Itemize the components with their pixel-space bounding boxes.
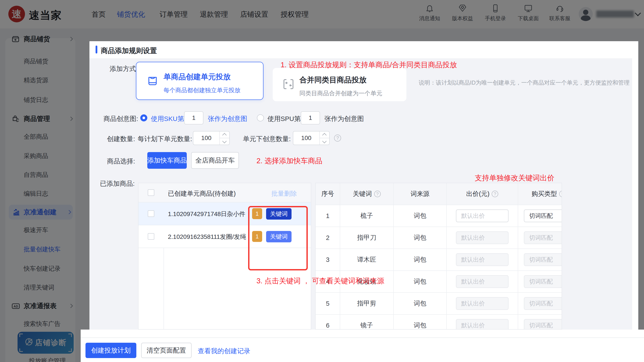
- kw-row-source: 词包: [394, 271, 447, 293]
- match-type-select: 切词匹配: [524, 232, 562, 244]
- radio-spu-suffix: 张作为创意图: [324, 114, 364, 123]
- kw-row-bid: 默认出价: [447, 249, 518, 271]
- match-type-select: 切词匹配: [524, 253, 562, 266]
- radio-spu-prefix: 使用SPU第: [268, 114, 301, 123]
- bulk-delete-button[interactable]: 批量删除: [271, 189, 297, 198]
- radio-sku[interactable]: [140, 114, 147, 122]
- bid-input: 默认出价: [456, 232, 508, 244]
- whole-store-button[interactable]: 全店商品开车: [191, 152, 239, 169]
- keyword-table-header: 序号: [316, 183, 340, 205]
- card-title: 合并同类目商品投放: [300, 75, 366, 85]
- sku-index-input[interactable]: 1: [184, 111, 204, 124]
- product-name: 2.10209162358111发圈/发绳: [168, 233, 246, 241]
- panel-title: 商品添加规则设置: [101, 46, 157, 56]
- dim-overlay: [638, 41, 644, 330]
- kw-row-bid: 默认出价: [447, 227, 518, 249]
- match-type-select: 切词匹配: [524, 275, 562, 288]
- bag-icon: [146, 74, 159, 88]
- card-title: 单商品创建单元投放: [164, 72, 230, 82]
- kw-row-source: 词包: [394, 249, 447, 271]
- card-single-product[interactable]: 单商品创建单元投放每个商品都创建独立单元投放: [136, 62, 264, 100]
- match-type-select[interactable]: 切词匹配: [524, 210, 562, 222]
- kw-row-index: 5: [316, 293, 340, 315]
- kw-row-keyword: 镜子: [340, 315, 394, 330]
- spin-up-icon[interactable]: [320, 132, 329, 138]
- radio-sku-prefix: 使用SKU第: [151, 114, 184, 123]
- row-checkbox[interactable]: [148, 233, 154, 240]
- spu-index-input[interactable]: 1: [301, 111, 320, 124]
- add-mode-label: 添加方式:: [110, 64, 138, 74]
- footer-divider: [81, 338, 644, 338]
- bid-input: 默认出价: [456, 275, 508, 288]
- keyword-table-header: 出价(元)?: [447, 183, 518, 205]
- annotation-bid-note: 支持单独修改关键词出价: [475, 173, 554, 183]
- bid-input[interactable]: 默认出价: [456, 210, 508, 222]
- create-plan-button[interactable]: 创建投放计划: [86, 343, 136, 358]
- creative-count-value[interactable]: 100: [293, 132, 319, 144]
- bid-input: 默认出价: [456, 297, 508, 310]
- kw-row-keyword: 梳子: [340, 205, 394, 227]
- row-checkbox[interactable]: [148, 210, 154, 217]
- kw-row-keyword: 指甲剪: [340, 293, 394, 315]
- annotation-step3: 3. 点击关键词 ， 可查看关键词和词来源: [256, 276, 384, 286]
- clear-config-button[interactable]: 清空页面配置: [141, 343, 192, 358]
- kw-row-keyword: 指甲刀: [340, 227, 394, 249]
- keyword-table: 序号关键词?词来源出价(元)?购买类型?1梳子词包默认出价切词匹配2指甲刀词包默…: [315, 183, 562, 330]
- help-icon: ?: [374, 191, 381, 197]
- kw-row-match: 切词匹配: [518, 271, 562, 293]
- creative-label: 商品创意图:: [104, 114, 138, 123]
- kw-row-match: 切词匹配: [518, 227, 562, 249]
- kw-row-source: 词包: [394, 227, 447, 249]
- kw-row-bid: 默认出价: [447, 293, 518, 315]
- spinner-arrows[interactable]: [220, 132, 229, 144]
- card-subtitle: 每个商品都创建独立单元投放: [164, 86, 240, 94]
- merge-icon: [282, 78, 295, 92]
- annotation-step2: 2. 选择添加快车商品: [256, 156, 322, 166]
- match-type-select: 切词匹配: [524, 297, 562, 310]
- product-table-header-title: 已创建单元商品(待创建): [168, 189, 236, 198]
- help-icon: ?: [334, 134, 341, 142]
- panel-scrollbar[interactable]: [632, 58, 638, 330]
- help-icon: ?: [492, 191, 498, 197]
- kw-row-match: 切词匹配: [518, 249, 562, 271]
- kw-row-keyword: 谭木匠: [340, 249, 394, 271]
- annotation-highlight-box: [248, 206, 308, 270]
- annotation-step1: 1. 设置商品投放规则：支持单商品/合并同类目商品投放: [280, 60, 457, 70]
- bid-input: 默认出价: [456, 253, 508, 266]
- card-merge-category[interactable]: 合并同类目商品投放同类目商品合并创建为一个单元: [273, 68, 406, 101]
- match-type-select: 切词匹配: [524, 319, 562, 330]
- quantity-label: 创建数量:: [107, 134, 135, 144]
- dim-overlay: [0, 330, 81, 362]
- unit-count-label: 每计划下单元数量:: [138, 134, 192, 144]
- kw-row-bid: 默认出价: [447, 315, 518, 330]
- added-products-label: 已添加商品:: [100, 179, 134, 188]
- view-records-link[interactable]: 查看我的创建记录: [198, 347, 250, 356]
- kw-row-match: 切词匹配: [518, 205, 562, 227]
- kw-row-source: 词包: [394, 205, 447, 227]
- plan-note: 说明：该计划以商品ID为唯一创建单元，一个商品对应一个单元，更方便监控和管理: [419, 79, 630, 86]
- spin-down-icon[interactable]: [320, 138, 329, 144]
- title-accent-bar: [96, 46, 97, 54]
- product-table-header: 已创建单元商品(待创建)批量删除: [138, 183, 311, 202]
- keyword-table-header: 词来源: [394, 183, 447, 205]
- kw-row-index: 1: [316, 205, 340, 227]
- kw-row-index: 2: [316, 227, 340, 249]
- page: 速速当家首页铺货优化订单管理退款管理店铺设置授权管理消息通知版本权益手机登录下载…: [0, 0, 644, 362]
- keyword-table-header: 关键词?: [340, 183, 394, 205]
- dim-overlay: [0, 0, 644, 41]
- kw-row-index: 3: [316, 249, 340, 271]
- spin-up-icon[interactable]: [220, 132, 229, 138]
- spinner-arrows[interactable]: [319, 132, 329, 144]
- unit-count-spinner[interactable]: 100: [193, 131, 230, 145]
- dim-overlay: [0, 41, 90, 330]
- unit-count-value[interactable]: 100: [193, 132, 220, 144]
- add-express-products-button[interactable]: 添加快车商品: [147, 152, 187, 169]
- creative-count-label: 单元下创意数量:: [243, 134, 291, 144]
- kw-row-match: 切词匹配: [518, 315, 562, 330]
- select-all-checkbox[interactable]: [148, 189, 154, 196]
- kw-row-source: 词包: [394, 315, 447, 330]
- kw-row-index: 6: [316, 315, 340, 330]
- radio-spu[interactable]: [257, 114, 264, 122]
- creative-count-spinner[interactable]: 100: [293, 131, 330, 145]
- spin-down-icon[interactable]: [220, 138, 229, 144]
